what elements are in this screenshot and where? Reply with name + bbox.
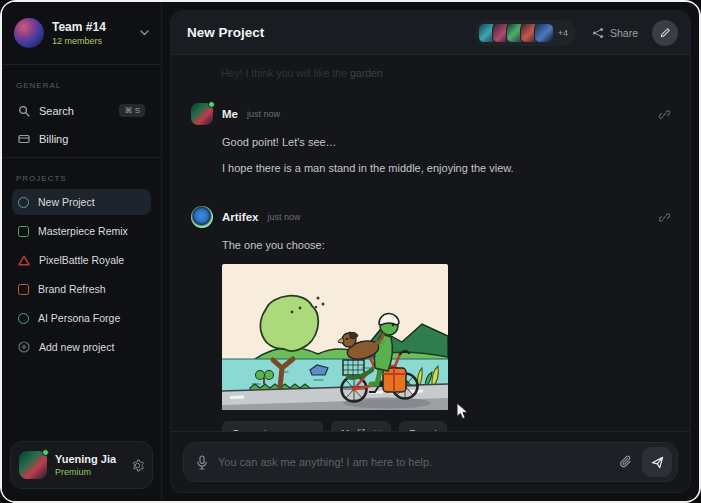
chat-panel: New Project +4 Share [170, 10, 691, 493]
chat-input[interactable] [218, 456, 609, 468]
share-button[interactable]: Share [592, 27, 638, 39]
sidebar-item-search[interactable]: Search ⌘ S [12, 96, 151, 125]
microphone-icon[interactable] [196, 455, 208, 470]
online-status-dot [208, 101, 215, 108]
sidebar-item-brand-refresh[interactable]: Brand Refresh [12, 276, 151, 302]
sidebar-item-label: Billing [39, 133, 68, 145]
user-avatar [19, 451, 47, 479]
link-icon[interactable] [659, 109, 670, 120]
sidebar: Team #14 12 members GENERAL Search ⌘ S B… [2, 2, 162, 501]
sidebar-item-pixelbattle-royale[interactable]: PixelBattle Royale [12, 247, 151, 273]
main-area: New Project +4 Share [162, 2, 699, 501]
share-icon [592, 27, 604, 39]
circle-icon [18, 313, 29, 324]
user-name: Yuening Jia [55, 453, 123, 465]
panel-header: New Project +4 Share [171, 11, 690, 55]
project-label: PixelBattle Royale [39, 254, 124, 266]
page-title: New Project [187, 25, 475, 40]
message-text: I hope there is a man stand in the middl… [222, 160, 670, 177]
square-icon [18, 284, 29, 295]
generated-image[interactable] [222, 264, 448, 410]
message-author: Artifex [222, 211, 258, 223]
message-text: Good point! Let's see… [222, 134, 670, 151]
project-label: Add new project [39, 341, 114, 353]
collaborator-avatar-stack[interactable]: +4 [475, 20, 576, 46]
user-plan-badge: Premium [55, 467, 123, 477]
section-label-general: GENERAL [16, 81, 147, 90]
paperclip-icon[interactable] [619, 455, 632, 469]
message-timestamp: just now [267, 212, 300, 222]
artifex-avatar [191, 206, 213, 228]
project-label: AI Persona Forge [38, 312, 120, 324]
modify-button[interactable]: Modify [331, 421, 391, 432]
chevron-down-icon [140, 28, 149, 38]
project-label: Brand Refresh [38, 283, 106, 295]
team-name: Team #14 [52, 20, 132, 34]
billing-icon [18, 133, 30, 145]
paper-plane-icon [651, 456, 664, 469]
sidebar-item-new-project[interactable]: New Project [12, 189, 151, 215]
chat-scroll-area[interactable]: Hey! I think you will like the garden Me… [171, 55, 690, 431]
mention: garden [350, 67, 383, 79]
section-label-projects: PROJECTS [16, 174, 147, 183]
project-label: Masterpiece Remix [38, 225, 128, 237]
composer [171, 431, 690, 492]
partial-message: Hey! I think you will like the garden [221, 67, 670, 79]
gear-icon[interactable] [131, 459, 144, 472]
sidebar-item-label: Search [39, 105, 74, 117]
message-timestamp: just now [247, 109, 280, 119]
avatar [191, 103, 213, 125]
divider [2, 64, 161, 65]
message-text: The one you choose: [222, 237, 670, 254]
app-window: Team #14 12 members GENERAL Search ⌘ S B… [2, 2, 699, 501]
share-label: Share [610, 27, 638, 39]
message-author: Me [222, 108, 238, 120]
shortcut-badge: ⌘ S [119, 104, 145, 117]
search-icon [18, 105, 30, 117]
export-button[interactable]: Export [399, 421, 446, 432]
chevron-down-icon [374, 430, 381, 432]
triangle-icon [18, 255, 30, 266]
sidebar-item-add-new-project[interactable]: Add new project [12, 334, 151, 360]
pencil-icon [660, 27, 671, 38]
window-frame: Team #14 12 members GENERAL Search ⌘ S B… [0, 0, 701, 503]
collaborator-avatar [534, 23, 554, 43]
square-icon [18, 226, 29, 237]
generate-response-button[interactable]: Generate response [222, 421, 323, 432]
message-artifex: Artifex just now The one you choose: [191, 206, 670, 431]
sidebar-item-masterpiece-remix[interactable]: Masterpiece Remix [12, 218, 151, 244]
sidebar-item-ai-persona-forge[interactable]: AI Persona Forge [12, 305, 151, 331]
online-status-dot [42, 449, 49, 456]
link-icon[interactable] [659, 212, 670, 223]
divider [2, 157, 161, 158]
avatar-overflow-count: +4 [558, 28, 568, 38]
team-members-count: 12 members [52, 36, 132, 46]
message-me: Me just now Good point! Let's see… I hop… [191, 103, 670, 176]
edit-button[interactable] [652, 20, 678, 46]
sidebar-item-billing[interactable]: Billing [12, 125, 151, 153]
team-switcher[interactable]: Team #14 12 members [12, 2, 151, 60]
project-label: New Project [38, 196, 95, 208]
send-button[interactable] [642, 447, 672, 477]
plus-circle-icon [18, 341, 30, 353]
user-card[interactable]: Yuening Jia Premium [10, 441, 153, 489]
team-avatar [14, 18, 44, 48]
circle-icon [18, 197, 29, 208]
